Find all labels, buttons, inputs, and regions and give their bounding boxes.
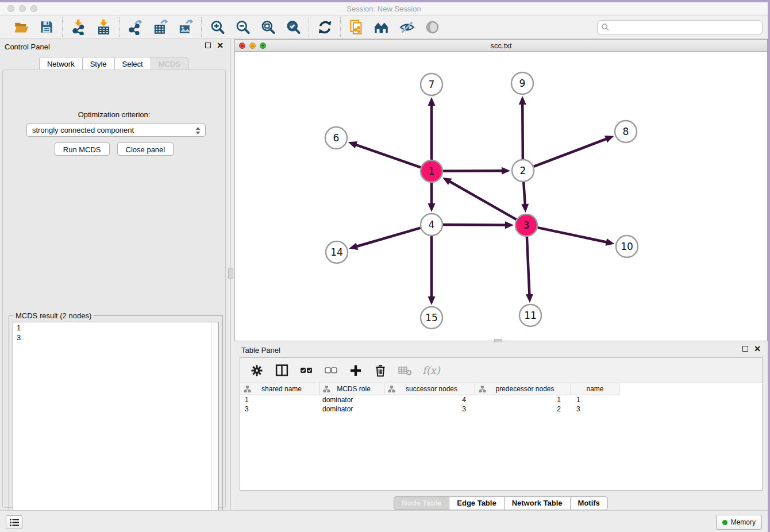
- tab-edge-table[interactable]: Edge Table: [449, 496, 504, 510]
- edge-2-3[interactable]: [523, 182, 525, 205]
- control-panel-title: Control Panel: [5, 43, 50, 51]
- search-field[interactable]: [597, 20, 763, 34]
- first-neighbors-icon[interactable]: [374, 19, 390, 35]
- mcds-result-textarea[interactable]: 13: [13, 322, 219, 527]
- arrowhead-4-3: [505, 221, 514, 229]
- node-label-9: 9: [519, 78, 526, 89]
- zoom-in-icon[interactable]: [209, 19, 225, 35]
- node-table-header: shared nameMCDS rolesuccessor nodesprede…: [240, 383, 619, 395]
- delete-table-icon[interactable]: [398, 363, 413, 378]
- arrowhead-1-6: [348, 141, 357, 148]
- edge-3-11[interactable]: [527, 237, 530, 295]
- column-header-predecessor-nodes[interactable]: predecessor nodes: [475, 383, 571, 395]
- arrowhead-3-11: [526, 294, 533, 303]
- export-table-icon[interactable]: [152, 19, 168, 35]
- edge-4-3[interactable]: [443, 225, 506, 225]
- arrowhead-2-3: [521, 204, 529, 213]
- app-window: Session: New Session: [0, 2, 768, 532]
- edge-1-6[interactable]: [355, 145, 421, 168]
- fx-label: f(x): [422, 364, 440, 376]
- table-row[interactable]: 3dominator323: [240, 404, 762, 414]
- window-title: Session: New Session: [0, 5, 768, 13]
- column-header-successor-nodes[interactable]: successor nodes: [384, 383, 475, 395]
- arrowhead-1-2: [502, 167, 510, 175]
- edge-3-10[interactable]: [538, 228, 607, 242]
- tab-motifs[interactable]: Motifs: [570, 496, 608, 510]
- edge-1-2[interactable]: [443, 171, 503, 171]
- search-input[interactable]: [610, 22, 762, 33]
- node-table-content: f(x) shared nameMCDS rolesuccessor nodes…: [240, 357, 763, 491]
- export-network-icon[interactable]: [127, 19, 143, 35]
- edge-2-8[interactable]: [534, 138, 607, 166]
- import-network-icon[interactable]: [70, 19, 86, 35]
- function-builder-icon[interactable]: f(x): [422, 363, 440, 378]
- search-icon: [601, 23, 610, 32]
- deselect-all-icon[interactable]: [324, 363, 338, 378]
- column-header-label: predecessor nodes: [486, 385, 571, 393]
- arrowhead-1-7: [428, 97, 436, 106]
- open-session-icon[interactable]: [13, 19, 29, 35]
- zoom-out-icon[interactable]: [234, 19, 251, 35]
- show-columns-icon[interactable]: [274, 363, 289, 378]
- zoom-selected-icon[interactable]: [285, 19, 301, 35]
- column-header-mcds-role[interactable]: MCDS role: [319, 383, 384, 395]
- tab-network-table[interactable]: Network Table: [504, 496, 571, 510]
- create-column-plus-icon[interactable]: [348, 363, 363, 378]
- select-stepper-icon: [195, 126, 201, 137]
- result-scrollbar[interactable]: [211, 322, 218, 527]
- arrowhead-3-10: [605, 238, 614, 246]
- node-label-8: 8: [623, 126, 629, 137]
- table-cell: 1: [240, 395, 319, 404]
- mcds-result-lines: 13: [17, 323, 218, 342]
- column-header-shared-name[interactable]: shared name: [240, 383, 319, 395]
- node-label-11: 11: [524, 310, 537, 321]
- tab-node-table[interactable]: Node Table: [394, 496, 449, 510]
- close-panel-button[interactable]: Close panel: [117, 142, 174, 156]
- node-label-4: 4: [429, 219, 435, 230]
- column-header-label: MCDS role: [330, 385, 384, 393]
- edge-3-1[interactable]: [449, 181, 516, 219]
- table-cell: 3: [240, 404, 319, 414]
- table-settings-gear-icon[interactable]: [249, 363, 264, 378]
- optimization-criterion-select[interactable]: strongly connected component: [26, 124, 206, 137]
- edge-2-9[interactable]: [522, 103, 523, 159]
- close-table-panel-icon[interactable]: ✕: [754, 346, 761, 352]
- node-label-3: 3: [523, 219, 530, 231]
- table-cell: 2: [475, 404, 571, 414]
- table-cell: dominator: [319, 404, 384, 414]
- delete-trash-icon[interactable]: [373, 363, 388, 378]
- float-panel-icon[interactable]: [205, 43, 211, 48]
- window-titlebar: Session: New Session: [0, 2, 768, 16]
- network-window-title: scc.txt: [235, 41, 767, 50]
- import-table-icon[interactable]: [95, 19, 111, 35]
- memory-button[interactable]: Memory: [716, 515, 762, 530]
- run-mcds-button[interactable]: Run MCDS: [55, 142, 110, 156]
- hide-selected-icon[interactable]: [399, 19, 415, 35]
- refresh-view-icon[interactable]: [317, 19, 333, 35]
- optimization-criterion-value: strongly connected component: [32, 126, 134, 134]
- node-label-10: 10: [621, 241, 633, 252]
- export-image-icon[interactable]: [178, 19, 194, 35]
- fit-content-icon[interactable]: [260, 19, 276, 35]
- select-all-icon[interactable]: [299, 363, 314, 378]
- column-header-label: successor nodes: [395, 385, 475, 393]
- new-network-from-selection-icon[interactable]: [348, 19, 364, 35]
- edge-4-14[interactable]: [356, 228, 421, 247]
- network-window-titlebar: × − + scc.txt: [235, 40, 767, 52]
- float-table-panel-icon[interactable]: [742, 346, 748, 352]
- node-label-15: 15: [425, 312, 438, 323]
- status-bar: Memory: [0, 510, 768, 532]
- close-panel-icon[interactable]: ✕: [217, 43, 224, 48]
- show-panels-list-button[interactable]: [6, 515, 22, 529]
- column-header-name[interactable]: name: [571, 383, 619, 395]
- save-session-icon[interactable]: [38, 19, 55, 35]
- show-all-icon[interactable]: [424, 19, 440, 35]
- mcds-result-line: 1: [17, 323, 218, 333]
- node-label-14: 14: [330, 246, 343, 258]
- vertical-splitter-grip[interactable]: [228, 268, 233, 279]
- node-label-7: 7: [429, 79, 435, 90]
- network-canvas[interactable]: 7968124314101511: [235, 52, 767, 341]
- table-row[interactable]: 1dominator411: [240, 395, 762, 404]
- arrowhead-4-14: [349, 242, 358, 249]
- table-cell: 1: [475, 395, 571, 404]
